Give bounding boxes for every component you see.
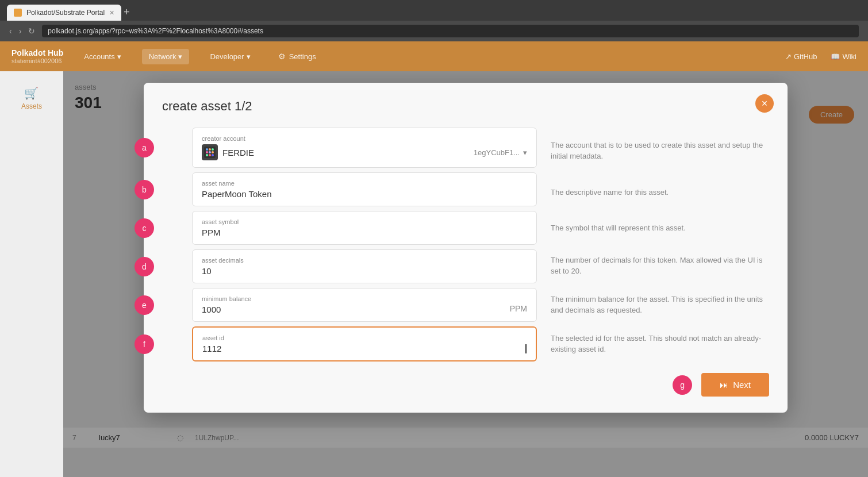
asset-decimals-value: 10 [202, 266, 527, 276]
forward-button[interactable]: › [19, 26, 22, 36]
field-b-wrapper: b asset name PaperMoon Token [162, 172, 537, 206]
account-icon [202, 144, 218, 160]
sidebar-assets-label: Assets [21, 102, 42, 110]
minimum-balance-unit: PPM [510, 304, 527, 313]
step-e-label: e [135, 295, 154, 315]
app-header: Polkadot Hub statemint#002006 Accounts ▾… [0, 41, 868, 71]
svg-point-2 [209, 148, 211, 151]
back-button[interactable]: ‹ [9, 26, 12, 36]
form-hints: The account that is to be used to create… [551, 128, 769, 361]
wiki-link[interactable]: 📖 Wiki [831, 52, 857, 61]
asset-symbol-field[interactable]: asset symbol PPM [192, 211, 537, 245]
svg-point-1 [206, 148, 208, 151]
assets-icon: 🛒 [24, 86, 39, 100]
browser-chrome: Polkadot/Substrate Portal ✕ + ‹ › ↻ [0, 0, 868, 41]
creator-account-field[interactable]: creator account FERDIE 1egYCubF1... [192, 128, 537, 168]
hint-b: The descriptive name for this asset. [551, 176, 769, 207]
asset-id-field[interactable]: asset id 1112 [192, 326, 537, 361]
account-address: 1egYCubF1... [474, 148, 520, 157]
cursor [525, 344, 527, 353]
asset-symbol-value: PPM [202, 228, 527, 237]
refresh-button[interactable]: ↻ [28, 26, 35, 36]
modal-close-button[interactable]: × [755, 94, 774, 113]
developer-label: Developer [210, 52, 244, 61]
minimum-balance-value: 1000 PPM [202, 305, 527, 314]
brand-subtitle: statemint#002006 [11, 57, 63, 64]
asset-decimals-label: asset decimals [202, 257, 527, 264]
hint-d: The number of decimals for this token. M… [551, 247, 769, 282]
account-address-display: 1egYCubF1... ▾ [474, 148, 527, 157]
hint-f-text: The selected id for the asset. This shou… [551, 330, 769, 355]
svg-point-4 [206, 151, 208, 153]
next-label: Next [733, 380, 751, 390]
next-button[interactable]: ⏭ Next [701, 373, 769, 397]
hint-c: The symbol that will represent this asse… [551, 211, 769, 243]
github-label: GitHub [794, 52, 817, 61]
main-area: 🛒 Assets assets 301 Create 7 lucky7 ◌ 1U… [0, 71, 868, 477]
form-fields: a creator account FERDIE [162, 128, 537, 361]
asset-name-value: PaperMoon Token [202, 189, 527, 199]
create-asset-modal: create asset 1/2 × a creator account [144, 83, 788, 413]
minimum-balance-label: minimum balance [202, 295, 527, 302]
wiki-icon: 📖 [831, 52, 840, 61]
tab-label: Polkadot/Substrate Portal [26, 9, 105, 17]
network-label: Network [149, 52, 176, 61]
minimum-balance-field[interactable]: minimum balance 1000 PPM [192, 288, 537, 322]
tab-favicon [14, 9, 22, 17]
network-nav[interactable]: Network ▾ [142, 49, 190, 64]
minimum-balance-amount: 1000 [202, 305, 221, 314]
developer-nav[interactable]: Developer ▾ [203, 49, 257, 64]
step-d-label: d [135, 257, 154, 276]
new-tab-button[interactable]: + [124, 6, 130, 18]
brand-area: Polkadot Hub statemint#002006 [11, 48, 63, 64]
field-e-wrapper: e minimum balance 1000 PPM [162, 288, 537, 322]
hint-d-text: The number of decimals for this token. M… [551, 252, 769, 277]
hint-f: The selected id for the asset. This shou… [551, 325, 769, 360]
address-bar: ‹ › ↻ [0, 21, 868, 41]
account-display: FERDIE [202, 144, 254, 160]
asset-decimals-field[interactable]: asset decimals 10 [192, 249, 537, 283]
hint-a: The account that is to be used to create… [551, 128, 769, 171]
svg-point-6 [212, 151, 214, 153]
address-input[interactable] [42, 25, 859, 37]
active-tab[interactable]: Polkadot/Substrate Portal ✕ [7, 5, 121, 21]
field-f-wrapper: f asset id 1112 [162, 326, 537, 361]
account-name: FERDIE [222, 148, 254, 157]
asset-name-label: asset name [202, 180, 527, 187]
step-c-label: c [135, 218, 154, 238]
modal-title: create asset 1/2 [162, 99, 769, 114]
content-area: assets 301 Create 7 lucky7 ◌ 1ULZhwpUP..… [63, 71, 868, 477]
developer-arrow: ▾ [247, 52, 251, 61]
asset-id-text: 1112 [202, 344, 221, 353]
asset-name-field[interactable]: asset name PaperMoon Token [192, 172, 537, 206]
settings-nav[interactable]: ⚙ Settings [271, 48, 323, 64]
step-g-label: g [673, 375, 692, 395]
accounts-nav[interactable]: Accounts ▾ [77, 49, 128, 64]
hint-e-text: The minimum balance for the asset. This … [551, 291, 769, 316]
accounts-arrow: ▾ [117, 52, 121, 61]
tab-bar: Polkadot/Substrate Portal ✕ + [0, 0, 868, 21]
hint-c-text: The symbol that will represent this asse… [551, 220, 686, 234]
asset-id-value: 1112 [202, 344, 527, 353]
svg-point-8 [209, 154, 211, 156]
creator-account-value: FERDIE 1egYCubF1... ▾ [202, 144, 527, 160]
wiki-label: Wiki [842, 52, 857, 61]
modal-footer: g ⏭ Next [162, 373, 769, 397]
github-link[interactable]: ↗ GitHub [785, 52, 817, 61]
hint-a-text: The account that is to be used to create… [551, 137, 769, 162]
form-area: a creator account FERDIE [162, 128, 769, 361]
step-b-label: b [135, 180, 154, 199]
accounts-label: Accounts [84, 52, 114, 61]
svg-point-5 [209, 151, 211, 153]
settings-label: Settings [289, 52, 316, 61]
step-f-label: f [135, 334, 154, 354]
asset-id-label: asset id [202, 334, 527, 341]
sidebar-item-assets[interactable]: 🛒 Assets [16, 80, 48, 116]
svg-point-9 [212, 154, 214, 156]
step-a-label: a [135, 138, 154, 157]
tab-close[interactable]: ✕ [109, 9, 114, 17]
github-icon: ↗ [785, 52, 792, 61]
field-a-wrapper: a creator account FERDIE [162, 128, 537, 168]
brand-name: Polkadot Hub [11, 48, 63, 57]
field-c-wrapper: c asset symbol PPM [162, 211, 537, 245]
